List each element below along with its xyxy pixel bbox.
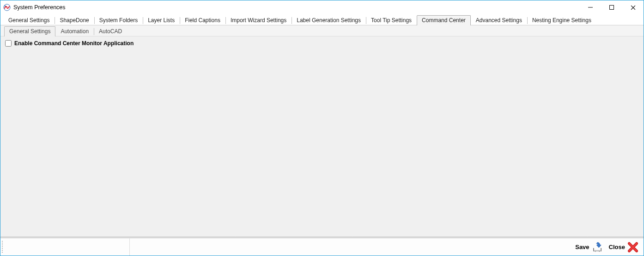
- content-panel: Enable Command Center Monitor Applicatio…: [0, 36, 644, 237]
- close-icon: [627, 241, 639, 253]
- close-button[interactable]: Close: [606, 238, 642, 256]
- primary-tab-command-center[interactable]: Command Center: [417, 15, 471, 25]
- status-panel: [0, 238, 130, 256]
- primary-tab-advanced-settings[interactable]: Advanced Settings: [471, 15, 527, 25]
- bottombar: Save Close: [0, 238, 644, 256]
- svg-rect-3: [610, 6, 614, 10]
- save-button[interactable]: Save: [572, 238, 606, 256]
- save-button-label: Save: [575, 244, 589, 250]
- svg-rect-6: [599, 251, 600, 252]
- enable-monitor-checkbox[interactable]: [5, 40, 12, 47]
- maximize-button[interactable]: [601, 0, 622, 14]
- tab-label: Tool Tip Settings: [371, 17, 412, 24]
- tab-label: Field Captions: [185, 17, 220, 24]
- minimize-button[interactable]: [580, 0, 601, 14]
- system-preferences-window: System Preferences General SettingsShape…: [0, 0, 644, 256]
- tab-label: Import Wizard Settings: [231, 17, 286, 24]
- svg-rect-5: [595, 251, 595, 252]
- primary-tab-shapedone[interactable]: ShapeDone: [55, 15, 94, 25]
- window-close-button[interactable]: [622, 0, 644, 14]
- primary-tab-label-generation-settings[interactable]: Label Generation Settings: [292, 15, 366, 25]
- primary-tab-system-folders[interactable]: System Folders: [94, 15, 143, 25]
- close-button-label: Close: [609, 244, 625, 250]
- tab-label: Advanced Settings: [476, 17, 522, 24]
- enable-monitor-row: Enable Command Center Monitor Applicatio…: [5, 40, 639, 47]
- svg-rect-2: [588, 7, 593, 8]
- status-grip-icon: [1, 240, 3, 254]
- secondary-tabstrip: General SettingsAutomationAutoCAD: [0, 25, 644, 36]
- tab-label: Automation: [61, 28, 89, 35]
- primary-tab-import-wizard-settings[interactable]: Import Wizard Settings: [225, 15, 292, 25]
- titlebar: System Preferences: [0, 0, 644, 14]
- tab-label: General Settings: [8, 17, 49, 24]
- tab-label: General Settings: [9, 28, 50, 35]
- enable-monitor-label: Enable Command Center Monitor Applicatio…: [14, 40, 134, 47]
- window-title: System Preferences: [13, 4, 66, 11]
- tab-label: AutoCAD: [99, 28, 122, 35]
- secondary-tab-autocad[interactable]: AutoCAD: [94, 26, 127, 36]
- tab-label: System Folders: [99, 17, 138, 24]
- primary-tab-nesting-engine-settings[interactable]: Nesting Engine Settings: [527, 15, 596, 25]
- primary-tab-general-settings[interactable]: General Settings: [3, 15, 55, 25]
- save-icon: [591, 241, 603, 253]
- tab-label: Layer Lists: [148, 17, 175, 24]
- primary-tab-layer-lists[interactable]: Layer Lists: [143, 15, 180, 25]
- svg-point-1: [5, 6, 6, 7]
- app-icon: [3, 4, 11, 11]
- tab-label: Nesting Engine Settings: [532, 17, 591, 24]
- tab-label: Command Center: [422, 17, 466, 24]
- secondary-tab-automation[interactable]: Automation: [55, 26, 94, 36]
- tab-label: Label Generation Settings: [297, 17, 361, 24]
- primary-tab-tool-tip-settings[interactable]: Tool Tip Settings: [366, 15, 417, 25]
- primary-tabstrip: General SettingsShapeDoneSystem FoldersL…: [0, 14, 644, 25]
- tab-label: ShapeDone: [60, 17, 89, 24]
- secondary-tab-general-settings[interactable]: General Settings: [4, 26, 55, 36]
- primary-tab-field-captions[interactable]: Field Captions: [180, 15, 225, 25]
